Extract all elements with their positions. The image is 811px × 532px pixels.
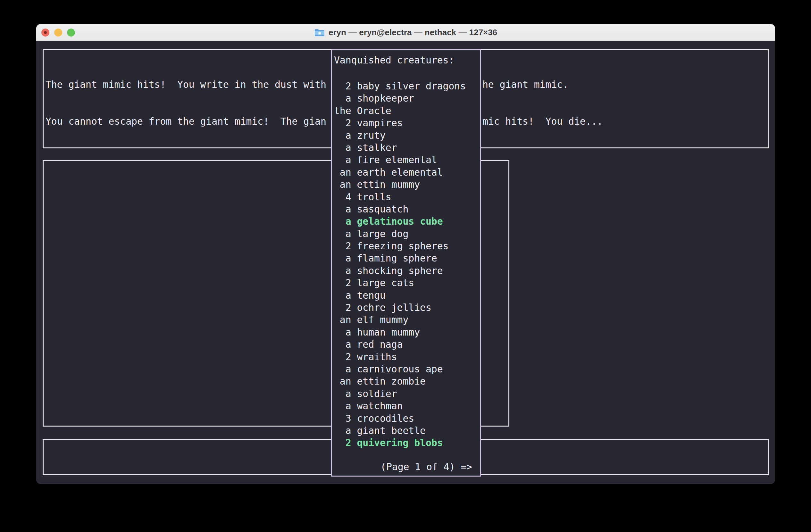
menu-item: a large dog xyxy=(334,228,466,240)
menu-title: Vanquished creatures: xyxy=(334,54,454,66)
menu-item: 4 trolls xyxy=(334,191,466,203)
menu-item: a human mummy xyxy=(334,326,466,339)
titlebar: eryn — eryn@electra — nethack — 127×36 xyxy=(36,24,775,41)
menu-item: 2 baby silver dragons xyxy=(334,80,466,92)
message-line: You cannot escape from the giant mimic! … xyxy=(46,115,326,128)
message-line: The giant mimic hits! You write in the d… xyxy=(46,79,326,91)
menu-item: an earth elemental xyxy=(334,166,466,178)
menu-item: a stalker xyxy=(334,142,466,154)
menu-item: a red naga xyxy=(334,339,466,350)
title-area: eryn — eryn@electra — nethack — 127×36 xyxy=(36,24,775,41)
menu-item: a sasquatch xyxy=(334,203,466,215)
menu-item: an ettin mummy xyxy=(334,178,466,191)
menu-item: a flaming sphere xyxy=(334,252,466,264)
menu-item: a soldier xyxy=(334,388,466,400)
menu-item: a watchman xyxy=(334,400,466,412)
message-text-right: he giant mimic. mic hits! You die... xyxy=(483,54,603,152)
message-line: he giant mimic. xyxy=(483,79,603,91)
menu-item: an elf mummy xyxy=(334,314,466,326)
message-line: mic hits! You die... xyxy=(483,115,603,128)
menu-item: 2 quivering blobs xyxy=(334,437,466,449)
menu-page-indicator: (Page 1 of 4) => xyxy=(381,461,472,473)
menu-item: a zruty xyxy=(334,129,466,142)
menu-item-list: 2 baby silver dragons a shopkeeperthe Or… xyxy=(334,80,466,449)
menu-item: an ettin zombie xyxy=(334,375,466,388)
terminal-screen[interactable]: The giant mimic hits! You write in the d… xyxy=(36,41,775,484)
menu-item: 2 wraiths xyxy=(334,351,466,363)
menu-item: 2 large cats xyxy=(334,277,466,289)
folder-icon xyxy=(314,28,325,37)
window-title: eryn — eryn@electra — nethack — 127×36 xyxy=(328,28,497,37)
menu-item: 2 ochre jellies xyxy=(334,301,466,314)
menu-item: a gelatinous cube xyxy=(334,215,466,228)
message-text-left: The giant mimic hits! You write in the d… xyxy=(46,54,326,152)
menu-item: 2 freezing spheres xyxy=(334,240,466,252)
menu-item: 3 crocodiles xyxy=(334,412,466,425)
menu-item: a fire elemental xyxy=(334,154,466,166)
menu-item: a tengu xyxy=(334,290,466,301)
terminal-window: eryn — eryn@electra — nethack — 127×36 T… xyxy=(36,24,775,484)
menu-item: the Oracle xyxy=(334,105,466,117)
vanquished-creatures-menu: Vanquished creatures: 2 baby silver drag… xyxy=(331,49,481,476)
menu-item: a shocking sphere xyxy=(334,265,466,277)
menu-item: a shopkeeper xyxy=(334,92,466,105)
menu-item: a carnivorous ape xyxy=(334,363,466,375)
menu-item: 2 vampires xyxy=(334,117,466,129)
menu-item: a giant beetle xyxy=(334,425,466,437)
